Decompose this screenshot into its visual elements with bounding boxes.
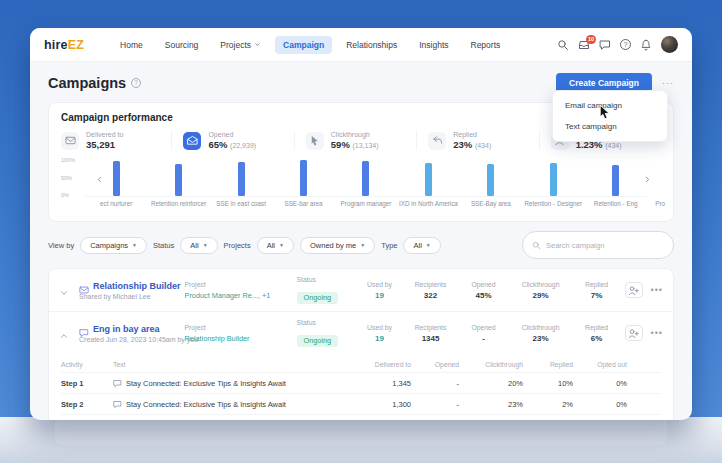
avatar[interactable] [661,36,678,53]
nav-item-label: Sourcing [165,40,199,50]
nav-item-sourcing[interactable]: Sourcing [157,36,207,54]
used-by-value: 19 [361,291,399,300]
campaign-row-eng-in-bay-area[interactable]: Eng in bay area Created Jun 28, 2023 10:… [49,312,673,354]
recipients-col-label: Recipients [407,324,455,331]
hireez-logo[interactable]: hireEZ [44,38,84,52]
campaign-name-link[interactable]: Eng in bay area [93,324,160,334]
delivered-value: 1,300 [349,400,411,409]
chart-bar[interactable] [425,163,432,196]
nav-item-label: Relationships [346,40,397,50]
bell-icon[interactable] [640,39,652,51]
type-label: Type [381,241,397,250]
stat-text: Opened65% (22,939) [208,131,256,150]
type-select[interactable]: All▼ [403,237,440,254]
used-by-value: 19 [361,334,399,343]
opened-value: - [463,334,505,343]
replied-value: 7% [577,291,617,300]
replied-col-label: Replied [577,324,617,331]
status-value: All [190,241,198,250]
stat-delivered-to[interactable]: Delivered to35,291 [61,131,171,150]
inbox-icon[interactable]: 10 [578,39,590,51]
chart-bar-column: Retention - Eng [585,159,647,196]
nav-item-relationships[interactable]: Relationships [338,36,405,54]
campaign-name-cell: Eng in bay area Created Jun 28, 2023 10:… [79,324,177,343]
activity-rows: Step 1Stay Connected: Exclusive Tips & I… [61,372,661,420]
add-person-icon[interactable] [625,325,643,341]
chart-bar[interactable] [300,160,307,196]
nav-items: HomeSourcingProjectsCampaignRelationship… [112,36,508,54]
chart-bar[interactable] [113,161,120,196]
chat-icon [113,400,122,409]
nav-item-home[interactable]: Home [112,36,151,54]
stat-text: Replied23% (434) [453,131,491,150]
chart-next-icon[interactable] [641,173,653,185]
chart-bar[interactable] [550,163,557,196]
owned-by-select[interactable]: Owned by me▼ [300,237,375,254]
recipients-col-label: Recipients [407,281,455,288]
menu-item-email-campaign[interactable]: Email campaign [553,95,667,116]
status-select[interactable]: All▼ [180,237,217,254]
used-by-col-label: Used by [361,281,399,288]
stat-clickthrough[interactable]: Clickthrough59% (13,134) [294,131,416,150]
add-person-icon[interactable] [625,282,643,298]
chat-icon[interactable] [599,39,611,51]
help-icon[interactable]: ? [620,39,631,50]
stat-replied[interactable]: Replied23% (434) [416,131,538,150]
create-campaign-menu: Email campaignText campaign [552,90,668,142]
nav-item-reports[interactable]: Reports [463,36,509,54]
nav-item-insights[interactable]: Insights [411,36,456,54]
search-icon[interactable] [557,39,569,51]
chart-bar-label: SSE-Bay area [471,200,511,207]
opened-value: 45% [463,291,505,300]
chart-bar[interactable] [612,165,619,196]
row-more-icon[interactable]: ••• [651,285,663,295]
envelope-open-icon [183,132,201,150]
recipients-value: 322 [407,291,455,300]
projects-value: All [267,241,275,250]
y-tick-100: 100% [61,157,75,163]
chat-icon [79,324,89,334]
chart-bar[interactable] [487,164,494,196]
nav-item-projects[interactable]: Projects [212,36,269,54]
activity-step: Step 2 [61,400,113,409]
stat-opened[interactable]: Opened65% (22,939) [171,131,293,150]
project-value[interactable]: Product Manager Re..., +1 [185,291,289,300]
stat-text: Clickthrough59% (13,134) [331,131,379,150]
campaign-name-link[interactable]: Relationship Builder [93,281,181,291]
projects-select[interactable]: All▼ [257,237,294,254]
activity-row: Step 2Stay Connected: Exclusive Tips & I… [61,393,661,414]
clickthrough-value: 23% [459,400,523,409]
opened-value: - [411,379,459,388]
next-page-partial-label: Pro [655,200,665,207]
search-campaign-input[interactable] [546,241,664,250]
stat-label: Replied [453,131,491,139]
project-value[interactable]: Relationship Builder [185,334,289,343]
nav-item-campaign[interactable]: Campaign [275,36,332,54]
title-help-icon[interactable]: ? [131,78,141,88]
activity-row: Step 3Stay Connected: Exclusive Tips & I… [61,414,661,420]
collapse-chevron-up-icon[interactable] [59,327,71,339]
chart-bar-column: SSE-bar area [272,159,334,196]
type-value: All [413,241,421,250]
project-col-label: Project [185,281,289,288]
chart-bar-label: Retention - Eng [594,200,638,207]
nav-item-label: Projects [220,40,251,50]
row-more-icon[interactable]: ••• [651,328,663,338]
chart-bar[interactable] [362,161,369,196]
replied-header: Replied [523,361,573,368]
envelope-icon [61,132,79,150]
menu-item-text-campaign[interactable]: Text campaign [553,116,667,137]
more-options-button[interactable]: ··· [662,78,674,88]
view-by-select[interactable]: Campaigns▼ [80,237,147,254]
chart-prev-icon[interactable] [93,173,105,185]
opted-out-header: Opted out [573,361,627,368]
chart-bar[interactable] [175,164,182,196]
chart-bar[interactable] [238,162,245,196]
chart-bar-column: IXD in North America [397,159,459,196]
opened-value: - [411,400,459,409]
chart-bar-label: Program manager [341,200,392,207]
notification-badge: 10 [586,35,596,44]
campaign-row-relationship-builder[interactable]: Relationship Builder Shared by Michael L… [49,269,673,312]
expand-chevron-down-icon[interactable] [59,284,71,296]
status-col-label: Status [297,319,353,326]
